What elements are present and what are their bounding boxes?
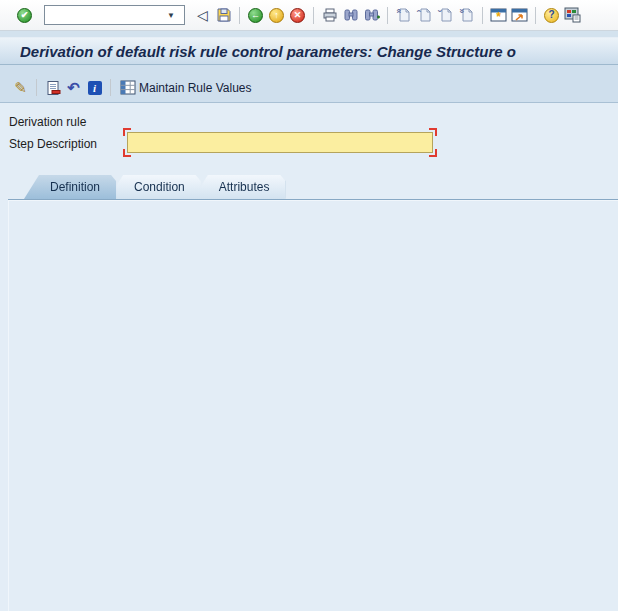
derivation-rule-label: Derivation rule: [9, 115, 86, 129]
find-button[interactable]: [340, 4, 361, 26]
next-page-glyph: ›: [435, 10, 445, 13]
last-page-glyph: »: [457, 8, 467, 13]
customize-layout-button[interactable]: [562, 4, 583, 26]
exit-arrow-icon: ↑: [269, 8, 284, 23]
page-title: Derivation of default risk rule control …: [20, 43, 516, 60]
maintain-rule-values-button[interactable]: Maintain Rule Values: [116, 79, 256, 96]
customize-layout-icon: [564, 7, 581, 23]
focus-bracket: [123, 128, 131, 136]
info-icon: i: [88, 81, 102, 95]
cancel-x-icon: ✕: [290, 8, 305, 23]
next-page-button[interactable]: ›: [435, 4, 456, 26]
tab-definition[interactable]: Definition: [24, 175, 116, 199]
tab-strip: Definition Condition Attributes: [24, 175, 285, 199]
back-triangle-icon: ◁: [197, 8, 208, 22]
chevron-down-icon[interactable]: ▼: [163, 11, 179, 20]
maintain-rule-values-label: Maintain Rule Values: [139, 81, 252, 95]
first-page-button[interactable]: «: [393, 4, 414, 26]
focus-bracket: [429, 149, 437, 157]
first-page-glyph: «: [394, 8, 404, 13]
title-bar: Derivation of default risk rule control …: [0, 37, 618, 65]
list-document-icon: [45, 80, 61, 96]
previous-page-button[interactable]: ‹: [414, 4, 435, 26]
step-description-field-wrap: [127, 132, 433, 153]
command-field[interactable]: ▼: [44, 5, 185, 25]
find-icon: [343, 7, 359, 23]
tab-attributes-label: Attributes: [219, 180, 270, 194]
step-description-input[interactable]: [127, 132, 433, 153]
command-input[interactable]: [45, 7, 163, 23]
back-triangle-button[interactable]: ◁: [192, 4, 213, 26]
check-arrow-icon: ↶: [67, 80, 80, 95]
print-button[interactable]: [319, 4, 340, 26]
toolbar-separator: [239, 7, 240, 24]
focus-bracket: [429, 128, 437, 136]
exit-button[interactable]: ↑: [266, 4, 287, 26]
last-page-button[interactable]: »: [456, 4, 477, 26]
toolbar-separator: [387, 7, 388, 24]
display-change-toggle-button[interactable]: ✎: [10, 77, 31, 99]
table-icon: [120, 80, 136, 95]
save-icon: [216, 7, 232, 23]
previous-page-glyph: ‹: [414, 10, 424, 13]
toolbar-separator: [110, 79, 111, 96]
enter-check-icon: ✔: [17, 8, 32, 23]
back-button[interactable]: ←: [245, 4, 266, 26]
tab-attributes[interactable]: Attributes: [193, 175, 286, 199]
back-arrow-icon: ←: [248, 8, 263, 23]
cancel-button[interactable]: ✕: [287, 4, 308, 26]
help-button[interactable]: ?: [541, 4, 562, 26]
new-session-button[interactable]: *: [488, 4, 509, 26]
toolbar-separator: [482, 7, 483, 24]
tab-condition[interactable]: Condition: [108, 175, 201, 199]
enter-button[interactable]: ✔: [14, 4, 35, 26]
application-toolbar: ✎ ↶ i Maintain Rule Values: [0, 65, 618, 103]
toolbar-separator: [313, 7, 314, 24]
create-shortcut-button[interactable]: [509, 4, 530, 26]
information-button[interactable]: i: [84, 77, 105, 99]
tab-condition-label: Condition: [134, 180, 185, 194]
new-session-icon: *: [490, 7, 507, 23]
check-button[interactable]: ↶: [63, 77, 84, 99]
tab-body: [8, 199, 618, 611]
save-button[interactable]: [213, 4, 234, 26]
create-shortcut-icon: [511, 7, 528, 23]
step-description-label: Step Description: [9, 137, 97, 151]
focus-bracket: [123, 149, 131, 157]
pencil-icon: ✎: [14, 79, 27, 97]
standard-toolbar: ✔ ▼ ◁ ← ↑ ✕: [0, 0, 618, 31]
find-next-button[interactable]: [361, 4, 382, 26]
help-icon: ?: [544, 8, 559, 23]
svg-text:*: *: [496, 10, 501, 24]
print-icon: [322, 7, 338, 23]
toolbar-separator: [36, 79, 37, 96]
toolbar-separator: [535, 7, 536, 24]
tab-definition-label: Definition: [50, 180, 100, 194]
find-next-icon: [364, 7, 380, 23]
rule-values-list-button[interactable]: [42, 77, 63, 99]
